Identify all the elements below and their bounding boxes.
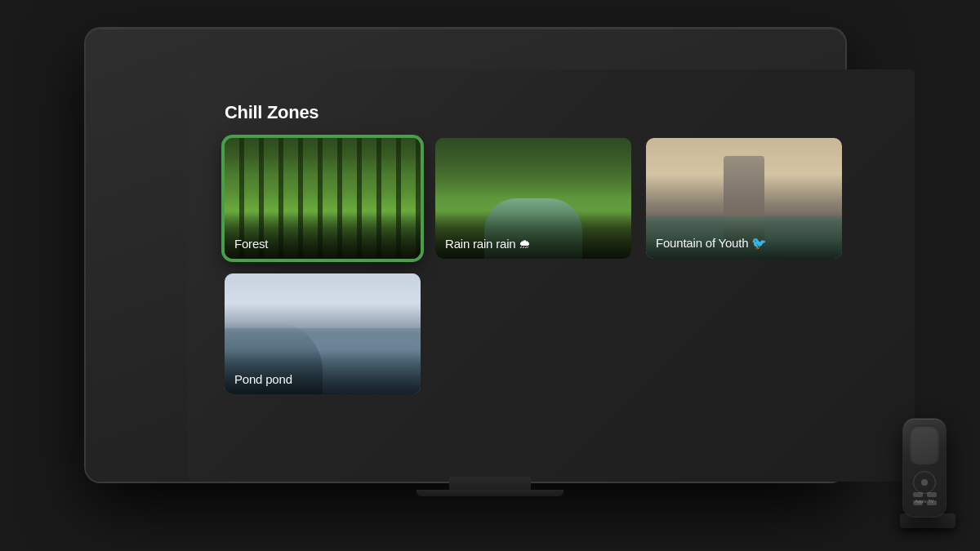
remote-menu-button[interactable] xyxy=(913,492,923,497)
card-fountain-label: Fountain of Youth 🐦 xyxy=(646,213,842,259)
card-pond[interactable]: Pond pond xyxy=(225,273,421,394)
screen-content: Chill Zones Forest Rain rain rain 🌧 xyxy=(188,69,915,482)
remote-home-button[interactable] xyxy=(927,492,937,497)
card-rain[interactable]: Rain rain rain 🌧 xyxy=(435,138,631,259)
card-rain-label: Rain rain rain 🌧 xyxy=(435,214,631,259)
card-pond-label: Pond pond xyxy=(225,349,421,394)
section-title: Chill Zones xyxy=(225,102,878,123)
card-forest[interactable]: Forest xyxy=(225,138,421,259)
card-forest-label: Forest xyxy=(225,214,421,259)
content-grid: Forest Rain rain rain 🌧 Fountain of Yout… xyxy=(225,138,878,394)
remote-brand-label: Apple TV xyxy=(903,499,946,504)
tv-stand-base xyxy=(416,490,564,496)
tv-body: Chill Zones Forest Rain rain rain 🌧 xyxy=(86,29,845,482)
scene: Chill Zones Forest Rain rain rain 🌧 xyxy=(0,0,980,551)
card-fountain[interactable]: Fountain of Youth 🐦 xyxy=(646,138,842,259)
remote-top-buttons xyxy=(913,492,937,497)
remote-touch-surface[interactable] xyxy=(910,425,939,464)
tv-screen: Chill Zones Forest Rain rain rain 🌧 xyxy=(188,69,915,482)
apple-tv-remote[interactable]: Apple TV xyxy=(903,419,946,517)
remote-select-button[interactable] xyxy=(913,471,936,494)
